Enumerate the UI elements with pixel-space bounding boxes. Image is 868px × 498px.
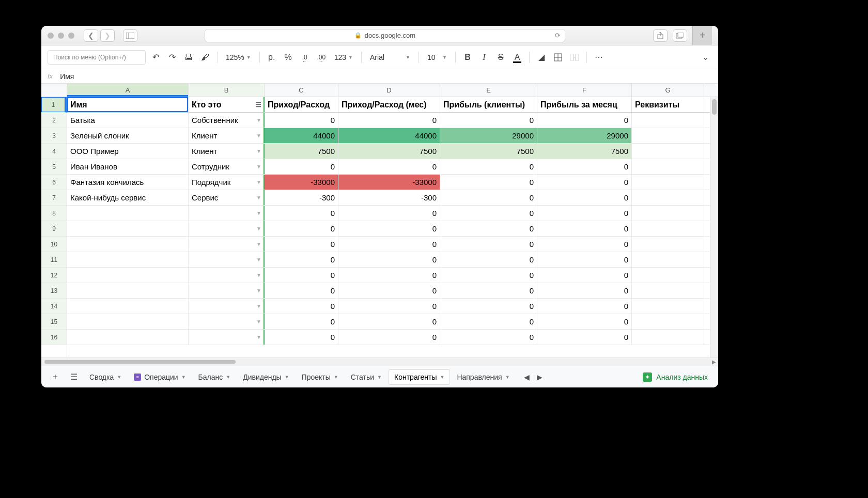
zoom-window-button[interactable]: [68, 33, 74, 39]
cell-C10[interactable]: 0: [265, 237, 338, 252]
cell-D11[interactable]: 0: [338, 252, 440, 267]
cell-C3[interactable]: 44000: [265, 128, 338, 143]
cell-B10[interactable]: ▼: [189, 237, 265, 252]
column-header-E[interactable]: E: [440, 84, 537, 97]
cell-E9[interactable]: 0: [440, 221, 537, 236]
paint-format-button[interactable]: 🖌: [198, 50, 212, 65]
cell-F12[interactable]: 0: [537, 268, 632, 283]
dropdown-arrow-icon[interactable]: ▼: [256, 319, 261, 324]
row-header-9[interactable]: 9: [41, 221, 67, 237]
text-color-button[interactable]: A: [510, 50, 524, 65]
cell-A9[interactable]: [67, 221, 189, 236]
sheet-tab-Операции[interactable]: ≡Операции▼: [128, 369, 191, 385]
row-header-12[interactable]: 12: [41, 268, 67, 283]
cell-E14[interactable]: 0: [440, 299, 537, 314]
borders-button[interactable]: [551, 50, 565, 65]
cell-E6[interactable]: 0: [440, 175, 537, 190]
percent-button[interactable]: %: [282, 50, 295, 65]
cell-D2[interactable]: 0: [338, 113, 440, 128]
header-cell-D[interactable]: Приход/Расход (мес): [338, 97, 440, 112]
explore-button[interactable]: ✦ Анализ данных: [638, 372, 713, 382]
new-tab-button[interactable]: +: [692, 26, 712, 45]
cell-G4[interactable]: [632, 144, 704, 159]
cell-C4[interactable]: 7500: [265, 144, 338, 159]
column-header-D[interactable]: D: [338, 84, 440, 97]
horizontal-scroll-thumb[interactable]: [44, 360, 236, 364]
cell-E13[interactable]: 0: [440, 283, 537, 298]
column-header-B[interactable]: B: [189, 84, 265, 97]
caret-down-icon[interactable]: ▼: [334, 375, 338, 380]
cell-C13[interactable]: 0: [265, 283, 338, 298]
row-header-11[interactable]: 11: [41, 252, 67, 268]
caret-down-icon[interactable]: ▼: [440, 375, 444, 380]
cell-E16[interactable]: 0: [440, 330, 537, 345]
vertical-scrollbar[interactable]: [710, 97, 718, 357]
cell-D15[interactable]: 0: [338, 314, 440, 329]
dropdown-arrow-icon[interactable]: ▼: [256, 148, 261, 154]
cell-G16[interactable]: [632, 330, 704, 345]
font-dropdown[interactable]: Arial▼: [367, 53, 413, 61]
cell-F15[interactable]: 0: [537, 314, 632, 329]
cell-B11[interactable]: ▼: [189, 252, 265, 267]
strikethrough-button[interactable]: S: [494, 50, 507, 65]
cell-F7[interactable]: 0: [537, 190, 632, 205]
row-header-8[interactable]: 8: [41, 206, 67, 221]
cell-C8[interactable]: 0: [265, 206, 338, 221]
cell-G12[interactable]: [632, 268, 704, 283]
cell-B9[interactable]: ▼: [189, 221, 265, 236]
cell-F10[interactable]: 0: [537, 237, 632, 252]
increase-decimal-button[interactable]: .00 →: [315, 50, 328, 65]
header-cell-C[interactable]: Приход/Расход: [265, 97, 338, 112]
caret-down-icon[interactable]: ▼: [285, 375, 289, 380]
dropdown-arrow-icon[interactable]: ▼: [256, 272, 261, 278]
fill-color-button[interactable]: ◢: [535, 50, 548, 65]
cell-A10[interactable]: [67, 237, 189, 252]
dropdown-arrow-icon[interactable]: ▼: [256, 241, 261, 247]
font-size-dropdown[interactable]: 10▼: [424, 53, 450, 61]
currency-button[interactable]: р.: [265, 50, 278, 65]
reload-icon[interactable]: ⟳: [555, 32, 561, 39]
dropdown-arrow-icon[interactable]: ▼: [256, 195, 261, 200]
cell-D6[interactable]: -33000: [338, 175, 440, 190]
cell-F4[interactable]: 7500: [537, 144, 632, 159]
cell-F3[interactable]: 29000: [537, 128, 632, 143]
cell-F5[interactable]: 0: [537, 159, 632, 174]
row-header-16[interactable]: 16: [41, 330, 67, 345]
cell-D16[interactable]: 0: [338, 330, 440, 345]
cell-G6[interactable]: [632, 175, 704, 190]
cell-D9[interactable]: 0: [338, 221, 440, 236]
dropdown-arrow-icon[interactable]: ▼: [256, 334, 261, 340]
cell-E7[interactable]: 0: [440, 190, 537, 205]
caret-down-icon[interactable]: ▼: [117, 375, 121, 380]
cell-D4[interactable]: 7500: [338, 144, 440, 159]
cell-F16[interactable]: 0: [537, 330, 632, 345]
dropdown-arrow-icon[interactable]: ▼: [256, 133, 261, 138]
close-window-button[interactable]: [48, 33, 54, 39]
cell-C16[interactable]: 0: [265, 330, 338, 345]
redo-button[interactable]: ↷: [165, 50, 179, 65]
cell-E11[interactable]: 0: [440, 252, 537, 267]
cell-C15[interactable]: 0: [265, 314, 338, 329]
url-bar[interactable]: 🔒 docs.google.com ⟳: [205, 29, 565, 42]
cell-F13[interactable]: 0: [537, 283, 632, 298]
cell-G5[interactable]: [632, 159, 704, 174]
dropdown-arrow-icon[interactable]: ▼: [256, 210, 261, 216]
cell-F9[interactable]: 0: [537, 221, 632, 236]
italic-button[interactable]: I: [477, 50, 491, 65]
dropdown-arrow-icon[interactable]: ▼: [256, 179, 261, 185]
cell-G11[interactable]: [632, 252, 704, 267]
dropdown-arrow-icon[interactable]: ▼: [256, 117, 261, 123]
sidebar-toggle-button[interactable]: [123, 29, 137, 42]
cell-A3[interactable]: Зеленый слоник: [67, 128, 189, 143]
print-button[interactable]: 🖶: [182, 50, 195, 65]
forward-button[interactable]: ❯: [100, 29, 115, 42]
cell-A4[interactable]: ООО Пример: [67, 144, 189, 159]
cell-A14[interactable]: [67, 299, 189, 314]
cell-G7[interactable]: [632, 190, 704, 205]
dropdown-arrow-icon[interactable]: ▼: [256, 257, 261, 262]
sheet-tab-Проекты[interactable]: Проекты▼: [296, 369, 344, 385]
sheet-tab-Статьи[interactable]: Статьи▼: [345, 369, 388, 385]
cell-A16[interactable]: [67, 330, 189, 345]
cell-B8[interactable]: ▼: [189, 206, 265, 221]
caret-down-icon[interactable]: ▼: [377, 375, 382, 380]
